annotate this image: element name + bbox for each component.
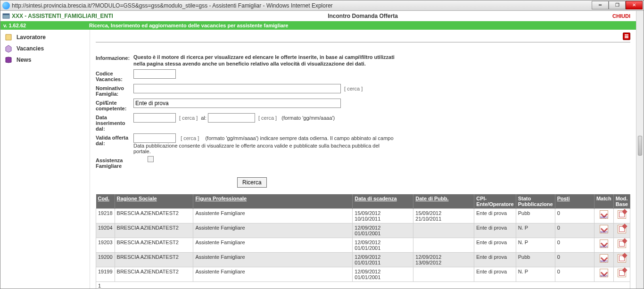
cell-figura: Assistente Famigliare [193, 223, 353, 238]
valida-cerca-link[interactable]: [ cerca ] [181, 135, 199, 141]
sidebar-item-vacancies[interactable]: Vacancies [0, 43, 90, 54]
cell-posti: 0 [555, 267, 594, 281]
cell-cpi: Ente di prova [474, 252, 516, 267]
nominativo-label: Nominativo Famiglia: [96, 84, 133, 97]
person-icon [4, 33, 13, 41]
edit-icon[interactable] [618, 239, 626, 248]
ie-icon [2, 2, 10, 9]
col-cpi[interactable]: CPI-Ente/Operatore [474, 194, 516, 209]
cell-stato: Pubb [516, 208, 555, 223]
edit-icon[interactable] [618, 269, 626, 277]
page-subtitle: Ricerca, Inserimento ed aggiornamento de… [89, 23, 633, 28]
cell-cpi: Ente di prova [474, 208, 516, 223]
cell-cod: 19199 [96, 267, 115, 281]
window-maximize-button[interactable]: ❐ [609, 1, 626, 9]
cell-ragione: BRESCIA AZIENDATEST2 [115, 223, 193, 238]
sidebar-item-label: News [17, 57, 31, 63]
ricerca-button[interactable]: Ricerca [237, 177, 267, 188]
cell-cod: 19200 [96, 252, 115, 267]
cell-match [594, 267, 613, 281]
cell-pubb [413, 267, 474, 281]
data-inserimento-from-input[interactable] [133, 113, 176, 123]
codice-input[interactable] [133, 69, 176, 79]
cell-scadenza: 12/09/201201/01/2001 [353, 267, 413, 281]
data-to-cerca-link[interactable]: [ cerca ] [258, 115, 277, 121]
cell-match [594, 208, 613, 223]
cell-stato: Pubb [516, 252, 555, 267]
col-posti[interactable]: Posti [555, 194, 594, 209]
col-match: Match [594, 194, 613, 209]
url-bar[interactable]: http://sintesi.provincia.brescia.it/?MOD… [12, 2, 592, 9]
module-icon [2, 12, 10, 20]
cell-pubb [413, 223, 474, 238]
cell-scadenza: 12/09/201201/01/2001 [353, 223, 413, 238]
cell-figura: Assistente Famigliare [193, 267, 353, 281]
cpi-input[interactable] [133, 99, 341, 108]
data-from-cerca-link[interactable]: [ cerca ] [179, 115, 198, 121]
edit-icon[interactable] [618, 225, 626, 233]
codice-label: Codice Vacancies: [96, 69, 133, 82]
cell-mod [613, 267, 630, 281]
match-icon[interactable] [600, 254, 608, 263]
al-label: al: [201, 115, 206, 121]
pdf-export-icon[interactable] [623, 33, 630, 40]
filter-form: Informazione: Questo è il motore di rice… [96, 54, 397, 194]
cell-pubb [413, 238, 474, 252]
window-minimize-button[interactable]: ━ [592, 1, 609, 9]
cell-posti: 0 [555, 238, 594, 252]
informazione-label: Informazione: [96, 54, 133, 61]
cell-posti: 0 [555, 208, 594, 223]
svg-marker-2 [6, 34, 11, 40]
col-pubb[interactable]: Date di Pubb. [413, 194, 474, 209]
cell-figura: Assistente Famigliare [193, 238, 353, 252]
cell-match [594, 223, 613, 238]
data-inserimento-to-input[interactable] [208, 113, 255, 123]
cell-pubb: 15/09/201221/10/2011 [413, 208, 474, 223]
sidebar-item-lavoratore[interactable]: Lavoratore [0, 32, 90, 43]
cell-cpi: Ente di prova [474, 267, 516, 281]
table-row: 19218BRESCIA AZIENDATEST2Assistente Fami… [96, 208, 630, 223]
svg-marker-3 [6, 45, 11, 52]
sidebar-item-news[interactable]: News [0, 54, 90, 66]
breadcrumb: XXX - ASSISTENTI_FAMIGLIARI_ENTI [12, 13, 113, 19]
edit-icon[interactable] [618, 210, 626, 219]
table-row: 19203BRESCIA AZIENDATEST2Assistente Fami… [96, 238, 630, 252]
cell-scadenza: 15/09/201210/10/2011 [353, 208, 413, 223]
nominativo-input[interactable] [133, 84, 341, 93]
pager[interactable]: 1 [96, 282, 630, 289]
col-figura[interactable]: Figura Professionale [193, 194, 353, 209]
edit-icon[interactable] [618, 254, 626, 263]
results-table: Cod. Ragione Sociale Figura Professional… [96, 194, 630, 282]
svg-rect-1 [3, 14, 9, 15]
cell-match [594, 252, 613, 267]
cell-posti: 0 [555, 252, 594, 267]
informazione-text: Questo è il motore di ricerca per visual… [133, 54, 397, 67]
col-scadenza[interactable]: Data di scadenza [353, 194, 413, 209]
cell-cod: 19218 [96, 208, 115, 223]
cell-figura: Assistente Famigliare [193, 208, 353, 223]
cell-scadenza: 12/09/201201/01/2011 [353, 252, 413, 267]
assistenza-checkbox[interactable] [148, 156, 154, 162]
sidebar: Lavoratore Vacancies News [0, 30, 90, 289]
data-inserimento-label: Data inserimento dal: [96, 113, 133, 132]
cell-stato: N. P [516, 223, 555, 238]
cell-match [594, 238, 613, 252]
valida-input[interactable] [133, 133, 176, 143]
close-link[interactable]: CHIUDI [612, 13, 630, 19]
cell-stato: N. P [516, 267, 555, 281]
table-row: 19204BRESCIA AZIENDATEST2Assistente Fami… [96, 223, 630, 238]
vertical-scrollbar[interactable] [636, 11, 644, 289]
nominativo-cerca-link[interactable]: [ cerca ] [344, 86, 363, 91]
col-stato[interactable]: Stato Pubblicazione [516, 194, 555, 209]
match-icon[interactable] [600, 269, 608, 277]
match-icon[interactable] [600, 225, 608, 233]
match-icon[interactable] [600, 210, 608, 219]
col-cod[interactable]: Cod. [96, 194, 115, 209]
cell-ragione: BRESCIA AZIENDATEST2 [115, 267, 193, 281]
book-icon [4, 56, 13, 64]
box-icon [4, 44, 13, 53]
window-close-button[interactable]: ✕ [626, 1, 643, 9]
col-ragione[interactable]: Ragione Sociale [115, 194, 193, 209]
cell-figura: Assistente Famigliare [193, 252, 353, 267]
match-icon[interactable] [600, 239, 608, 248]
